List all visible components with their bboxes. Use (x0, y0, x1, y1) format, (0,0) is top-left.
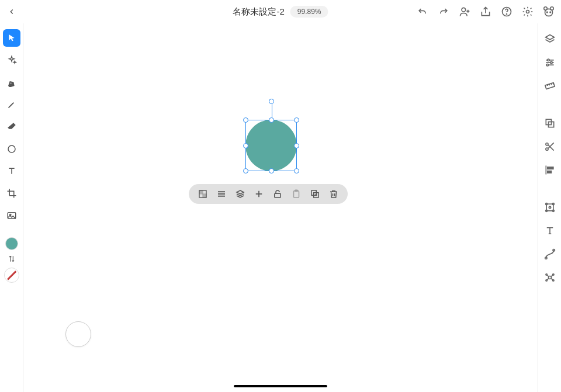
svg-rect-27 (547, 167, 553, 169)
pencil-tool[interactable] (3, 96, 20, 113)
mascot-button[interactable] (541, 4, 556, 19)
svg-point-12 (8, 145, 15, 152)
floating-action-circle[interactable] (65, 321, 91, 347)
handle-w[interactable] (243, 143, 248, 148)
svg-rect-28 (547, 171, 551, 173)
canvas[interactable] (23, 23, 538, 392)
svg-point-16 (547, 59, 549, 61)
stroke-color-swatch[interactable] (4, 268, 19, 283)
svg-point-4 (507, 14, 507, 15)
rotation-handle[interactable] (269, 99, 274, 104)
text-tool[interactable] (3, 162, 20, 180)
cursor-icon (7, 33, 16, 43)
adjust-panel-button[interactable] (541, 54, 559, 71)
svg-point-34 (549, 206, 550, 208)
context-toolbar (189, 184, 348, 204)
select-tool[interactable] (3, 29, 20, 47)
document-title[interactable]: 名称未設定-2 (233, 6, 284, 18)
ctx-clipboard-button[interactable] (289, 187, 303, 201)
handle-ne[interactable] (294, 117, 299, 123)
layers-icon (544, 33, 556, 45)
clipboard-disabled-icon (291, 189, 302, 199)
path-panel-button[interactable] (541, 245, 559, 263)
eraser-tool[interactable] (3, 118, 20, 136)
boolean-panel-button[interactable] (541, 115, 559, 132)
handle-se[interactable] (294, 168, 299, 174)
text-t-icon (7, 166, 16, 176)
list-lines-icon (216, 189, 227, 199)
ruler-grid-icon (544, 80, 556, 92)
sparkle-icon (6, 55, 17, 65)
bounding-box-icon (544, 202, 556, 213)
selection-bounding-box[interactable] (245, 120, 297, 171)
bear-mascot-icon (542, 5, 555, 18)
settings-gear-icon (522, 6, 534, 18)
handle-e[interactable] (294, 143, 299, 148)
redo-icon (438, 6, 449, 18)
undo-icon (417, 6, 428, 18)
text-t-icon (545, 226, 555, 236)
zoom-level[interactable]: 99.89% (290, 6, 328, 18)
cut-panel-button[interactable] (541, 138, 559, 155)
svg-point-20 (546, 64, 548, 66)
align-panel-button[interactable] (541, 161, 559, 179)
svg-point-37 (548, 276, 551, 279)
fill-color-swatch[interactable] (5, 237, 18, 250)
ctx-delete-button[interactable] (327, 187, 341, 201)
svg-rect-50 (275, 193, 281, 197)
top-bar: 名称未設定-2 99.89% (0, 0, 561, 23)
handle-n[interactable] (269, 117, 274, 123)
text-panel-button[interactable] (541, 222, 559, 240)
handle-sw[interactable] (243, 168, 248, 174)
top-right-actions (415, 0, 556, 23)
unlock-icon (272, 189, 283, 199)
transform-panel-button[interactable] (541, 199, 559, 216)
handle-s[interactable] (269, 168, 274, 174)
svg-point-35 (545, 257, 546, 259)
svg-rect-8 (545, 9, 553, 16)
stroke-line-icon (7, 270, 16, 280)
svg-rect-29 (546, 204, 553, 211)
back-button[interactable] (0, 0, 23, 23)
swap-colors-button[interactable] (6, 254, 17, 264)
svg-point-25 (545, 148, 548, 150)
svg-rect-51 (294, 191, 299, 197)
layers-panel-button[interactable] (541, 30, 559, 48)
left-toolbar (0, 23, 23, 392)
crop-tool[interactable] (3, 185, 20, 202)
pen-nib-icon (7, 78, 16, 87)
help-button[interactable] (499, 4, 514, 19)
svg-point-0 (462, 8, 466, 12)
svg-point-24 (545, 143, 548, 145)
svg-point-36 (553, 249, 555, 251)
ctx-opacity-button[interactable] (196, 187, 210, 201)
ctx-arrange-button[interactable] (233, 187, 247, 201)
handle-nw[interactable] (243, 117, 248, 123)
settings-button[interactable] (520, 4, 535, 19)
home-indicator (234, 385, 327, 387)
pen-tool[interactable] (3, 74, 20, 91)
svg-point-10 (550, 12, 550, 12)
crop-icon (6, 188, 17, 199)
ctx-lock-button[interactable] (271, 187, 285, 201)
redo-button[interactable] (436, 4, 451, 19)
swap-vert-icon (8, 255, 16, 263)
ruler-panel-button[interactable] (541, 77, 559, 95)
add-user-button[interactable] (457, 4, 472, 19)
layer-stack-icon (235, 189, 245, 199)
svg-point-11 (10, 82, 11, 84)
title-group: 名称未設定-2 99.89% (233, 6, 328, 18)
ctx-linestyle-button[interactable] (214, 187, 228, 201)
help-icon (501, 6, 512, 18)
magic-tool[interactable] (3, 51, 20, 69)
effects-panel-button[interactable] (541, 269, 559, 286)
share-button[interactable] (478, 4, 493, 19)
ctx-add-button[interactable] (252, 187, 266, 201)
shape-tool[interactable] (3, 140, 20, 158)
scissors-icon (544, 141, 556, 152)
svg-point-5 (527, 11, 529, 13)
right-panel (538, 23, 561, 392)
undo-button[interactable] (415, 4, 430, 19)
image-tool[interactable] (3, 207, 20, 224)
ctx-duplicate-button[interactable] (308, 187, 322, 201)
